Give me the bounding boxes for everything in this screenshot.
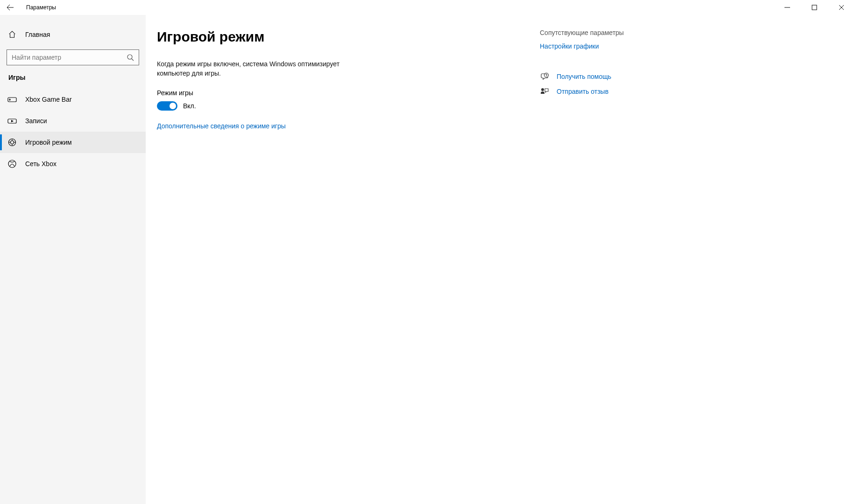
captures-icon xyxy=(7,118,17,124)
sidebar-item-label: Xbox Game Bar xyxy=(25,96,72,103)
window-controls xyxy=(774,0,855,15)
toggle-knob xyxy=(170,103,176,109)
toggle-row: Вкл. xyxy=(157,101,540,111)
feedback-item[interactable]: Отправить отзыв xyxy=(540,87,624,96)
minimize-icon xyxy=(784,5,790,10)
svg-point-1 xyxy=(127,55,132,59)
toggle-label: Режим игры xyxy=(157,89,540,97)
learn-more-link[interactable]: Дополнительные сведения о режиме игры xyxy=(157,122,286,130)
home-button[interactable]: Главная xyxy=(0,24,146,45)
xbox-icon xyxy=(7,160,17,168)
main-area: Игровой режим Когда режим игры включен, … xyxy=(146,15,855,504)
category-header: Игры xyxy=(0,74,146,89)
title-bar-left: Параметры xyxy=(3,0,56,15)
window-title: Параметры xyxy=(26,4,56,11)
description-text: Когда режим игры включен, система Window… xyxy=(157,60,362,78)
sidebar-item-captures[interactable]: Записи xyxy=(0,110,146,132)
sidebar-item-game-mode[interactable]: Игровой режим xyxy=(0,132,146,153)
search-icon xyxy=(127,54,134,61)
title-bar: Параметры xyxy=(0,0,855,15)
get-help-link[interactable]: Получить помощь xyxy=(557,73,611,80)
close-icon xyxy=(839,5,844,10)
get-help-item[interactable]: Получить помощь xyxy=(540,72,624,81)
sidebar-item-xbox-networking[interactable]: Сеть Xbox xyxy=(0,153,146,175)
maximize-icon xyxy=(812,5,817,10)
help-icon xyxy=(540,72,549,81)
arrow-left-icon xyxy=(7,4,14,11)
sidebar-item-label: Записи xyxy=(25,117,47,125)
sidebar-item-label: Сеть Xbox xyxy=(25,160,57,168)
search-box[interactable] xyxy=(7,49,139,65)
page-title: Игровой режим xyxy=(157,29,540,45)
content-column: Игровой режим Когда режим игры включен, … xyxy=(157,29,540,504)
minimize-button[interactable] xyxy=(774,0,801,15)
toggle-state-label: Вкл. xyxy=(183,102,196,110)
svg-point-9 xyxy=(541,88,544,91)
back-button[interactable] xyxy=(3,0,18,15)
feedback-link[interactable]: Отправить отзыв xyxy=(557,88,608,95)
game-mode-icon xyxy=(7,138,17,147)
graphics-settings-link[interactable]: Настройки графики xyxy=(540,42,599,50)
related-column: Сопутствующие параметры Настройки график… xyxy=(540,29,624,504)
svg-point-8 xyxy=(546,76,546,77)
search-input[interactable] xyxy=(12,54,127,61)
home-label: Главная xyxy=(25,31,50,38)
home-icon xyxy=(7,30,17,39)
svg-rect-0 xyxy=(812,5,817,10)
body-area: Главная Игры Xbox Game Bar Записи xyxy=(0,15,855,504)
related-header: Сопутствующие параметры xyxy=(540,29,624,36)
close-button[interactable] xyxy=(828,0,855,15)
sidebar-item-label: Игровой режим xyxy=(25,139,72,146)
maximize-button[interactable] xyxy=(801,0,828,15)
feedback-icon xyxy=(540,87,549,96)
game-bar-icon xyxy=(7,96,17,103)
svg-point-5 xyxy=(11,141,14,144)
game-mode-toggle[interactable] xyxy=(157,101,177,111)
sidebar: Главная Игры Xbox Game Bar Записи xyxy=(0,15,146,504)
sidebar-item-xbox-game-bar[interactable]: Xbox Game Bar xyxy=(0,89,146,110)
